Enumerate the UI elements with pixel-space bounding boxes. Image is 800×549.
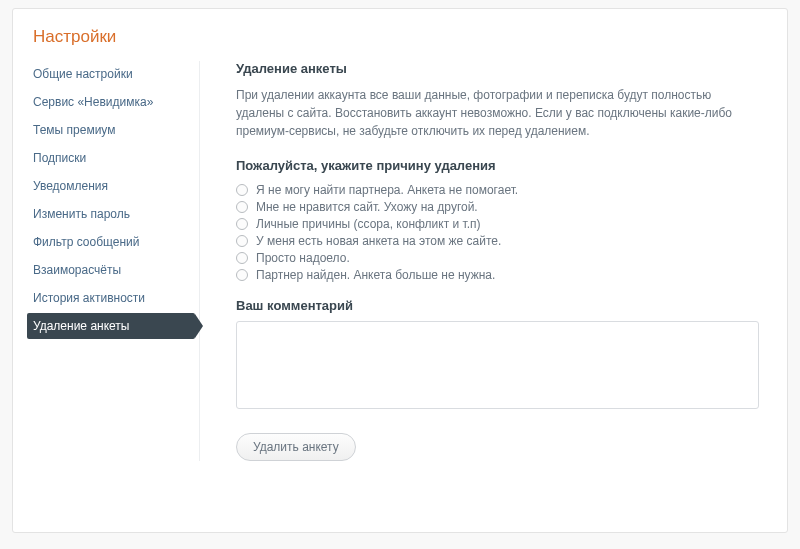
sidebar-item-payments[interactable]: Взаиморасчёты <box>27 257 195 283</box>
sidebar-item-label: История активности <box>33 291 145 305</box>
sidebar-item-label: Фильтр сообщений <box>33 235 139 249</box>
sidebar-item-premium-themes[interactable]: Темы премиум <box>27 117 195 143</box>
sidebar-item-subscriptions[interactable]: Подписки <box>27 145 195 171</box>
sidebar-item-label: Общие настройки <box>33 67 133 81</box>
section-heading: Удаление анкеты <box>236 61 759 76</box>
reason-option[interactable]: Я не могу найти партнера. Анкета не помо… <box>236 183 759 197</box>
reason-radio[interactable] <box>236 218 248 230</box>
sidebar-item-label: Уведомления <box>33 179 108 193</box>
comment-textarea[interactable] <box>236 321 759 409</box>
reason-option[interactable]: У меня есть новая анкета на этом же сайт… <box>236 234 759 248</box>
sidebar-item-general[interactable]: Общие настройки <box>27 61 195 87</box>
settings-card: Настройки Общие настройки Сервис «Невиди… <box>12 8 788 533</box>
reason-label: Личные причины (ссора, конфликт и т.п) <box>256 217 481 231</box>
reason-label: Мне не нравится сайт. Ухожу на другой. <box>256 200 478 214</box>
reason-option[interactable]: Мне не нравится сайт. Ухожу на другой. <box>236 200 759 214</box>
sidebar-item-label: Подписки <box>33 151 86 165</box>
reasons-group: Я не могу найти партнера. Анкета не помо… <box>236 183 759 282</box>
reason-radio[interactable] <box>236 235 248 247</box>
delete-profile-button[interactable]: Удалить анкету <box>236 433 356 461</box>
reason-radio[interactable] <box>236 201 248 213</box>
reason-radio[interactable] <box>236 269 248 281</box>
reason-label: Я не могу найти партнера. Анкета не помо… <box>256 183 518 197</box>
reason-option[interactable]: Партнер найден. Анкета больше не нужна. <box>236 268 759 282</box>
content-wrapper: Общие настройки Сервис «Невидимка» Темы … <box>13 61 787 461</box>
sidebar: Общие настройки Сервис «Невидимка» Темы … <box>13 61 195 461</box>
page-title: Настройки <box>13 27 787 61</box>
section-description: При удалении аккаунта все ваши данные, ф… <box>236 86 759 140</box>
sidebar-item-notifications[interactable]: Уведомления <box>27 173 195 199</box>
reason-heading: Пожалуйста, укажите причину удаления <box>236 158 759 173</box>
sidebar-item-change-password[interactable]: Изменить пароль <box>27 201 195 227</box>
sidebar-item-label: Темы премиум <box>33 123 115 137</box>
reason-label: Партнер найден. Анкета больше не нужна. <box>256 268 495 282</box>
reason-option[interactable]: Личные причины (ссора, конфликт и т.п) <box>236 217 759 231</box>
main-panel: Удаление анкеты При удалении аккаунта вс… <box>199 61 787 461</box>
sidebar-item-message-filter[interactable]: Фильтр сообщений <box>27 229 195 255</box>
reason-radio[interactable] <box>236 184 248 196</box>
reason-radio[interactable] <box>236 252 248 264</box>
sidebar-item-label: Изменить пароль <box>33 207 130 221</box>
sidebar-item-invisible[interactable]: Сервис «Невидимка» <box>27 89 195 115</box>
sidebar-item-label: Взаиморасчёты <box>33 263 121 277</box>
sidebar-item-label: Сервис «Невидимка» <box>33 95 153 109</box>
reason-option[interactable]: Просто надоело. <box>236 251 759 265</box>
sidebar-item-delete-profile[interactable]: Удаление анкеты <box>27 313 195 339</box>
comment-label: Ваш комментарий <box>236 298 759 313</box>
reason-label: У меня есть новая анкета на этом же сайт… <box>256 234 501 248</box>
sidebar-item-label: Удаление анкеты <box>33 319 129 333</box>
sidebar-item-activity-history[interactable]: История активности <box>27 285 195 311</box>
reason-label: Просто надоело. <box>256 251 350 265</box>
